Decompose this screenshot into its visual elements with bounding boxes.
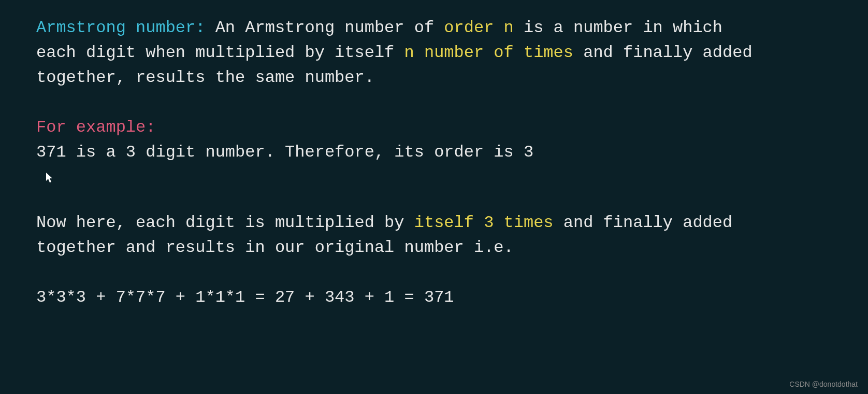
definition-text-1: An Armstrong number of	[205, 18, 444, 37]
content-area: Armstrong number: An Armstrong number of…	[36, 16, 761, 310]
watermark-text: CSDN @donotdothat	[789, 379, 858, 390]
example-title: For example:	[36, 115, 761, 140]
explanation-highlight-1: itself 3 times	[414, 213, 554, 232]
paragraph-example: For example: 371 is a 3 digit number. Th…	[36, 115, 761, 190]
paragraph-definition: Armstrong number: An Armstrong number of…	[36, 16, 761, 90]
explanation-text-1: Now here, each digit is multiplied by	[36, 213, 414, 232]
definition-highlight-1: order n	[444, 18, 513, 37]
example-text: 371 is a 3 digit number. Therefore, its …	[36, 140, 761, 165]
definition-title: Armstrong number:	[36, 18, 205, 37]
definition-highlight-2: n number of times	[404, 43, 573, 62]
cursor-icon	[44, 167, 54, 192]
equation-text: 3*3*3 + 7*7*7 + 1*1*1 = 27 + 343 + 1 = 3…	[36, 285, 761, 310]
paragraph-explanation: Now here, each digit is multiplied by it…	[36, 210, 761, 260]
